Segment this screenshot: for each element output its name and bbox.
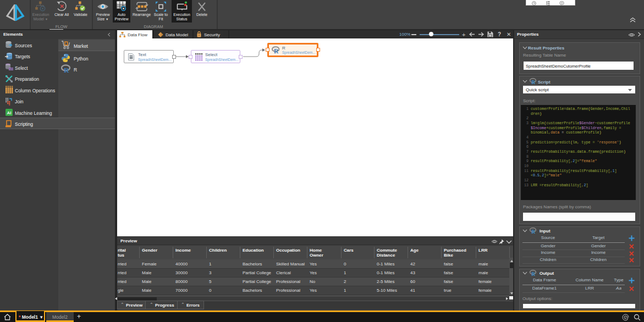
svg-text:AI: AI	[7, 110, 12, 115]
svg-text:R: R	[531, 80, 535, 85]
svg-text:R: R	[531, 229, 535, 235]
svg-text:R: R	[64, 66, 69, 74]
svg-text:R: R	[274, 48, 279, 54]
svg-text:R: R	[531, 271, 535, 277]
